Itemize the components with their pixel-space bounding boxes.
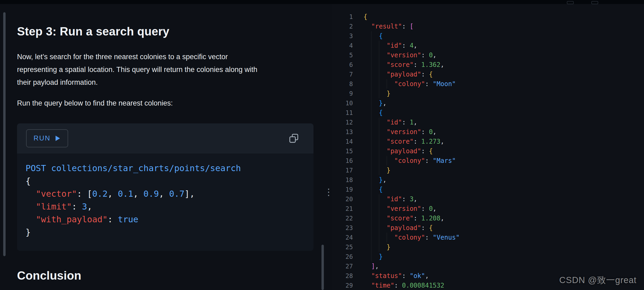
conclusion-heading: Conclusion: [17, 269, 313, 282]
result-line: 7 "payload": {: [332, 70, 644, 79]
result-panel: 1{2 "result": [3 {4 "id": 4,5 "version":…: [332, 4, 644, 290]
code-token: {: [429, 71, 433, 78]
code-token: [26, 189, 36, 199]
code-token: "colony": [394, 80, 425, 88]
line-number: 19: [332, 185, 353, 194]
result-line: 20 "id": 3,: [332, 194, 644, 204]
code-token: {: [364, 13, 367, 21]
result-line: 27 ],: [332, 261, 644, 271]
code-token: "payload": [387, 71, 421, 78]
tutorial-app: Step 3: Run a search query Now, let’s se…: [0, 4, 644, 290]
result-line-text: "version": 0,: [364, 50, 437, 60]
code-token: 0.7: [169, 189, 184, 199]
result-line: 4 "id": 4,: [332, 41, 644, 50]
result-editor[interactable]: 1{2 "result": [3 {4 "id": 4,5 "version":…: [332, 4, 644, 290]
line-number: 18: [332, 175, 353, 185]
code-token: [26, 202, 36, 212]
code-token: 1: [410, 119, 413, 126]
result-line: 11 {: [332, 108, 644, 118]
line-number: 5: [332, 50, 353, 60]
result-line-text: }: [364, 242, 390, 252]
result-line: 16 "colony": "Mars": [332, 156, 644, 166]
topbar-icon-1[interactable]: [567, 1, 574, 4]
code-token: ,: [108, 189, 118, 199]
code-token: ,: [414, 42, 417, 49]
code-token: [364, 263, 371, 270]
result-line-text: "result": [: [364, 22, 414, 31]
code-token: {: [379, 32, 383, 40]
code-token: 0.9: [143, 189, 159, 199]
line-number: 20: [332, 194, 353, 204]
result-line-text: "score": 1.362,: [364, 60, 444, 70]
code-token: ,: [159, 189, 169, 199]
intro-line-3: their payload information.: [17, 76, 313, 89]
run-button-label: RUN: [34, 134, 51, 142]
code-token: 3: [410, 195, 413, 203]
code-token: [364, 243, 387, 251]
code-token: [364, 90, 387, 97]
code-token: true: [118, 214, 138, 224]
request-code-line: "vector": [0.2, 0.1, 0.9, 0.7],: [26, 187, 308, 200]
result-line: 5 "version": 0,: [332, 50, 644, 60]
line-number: 22: [332, 214, 353, 223]
code-card: RUN POST collections/star_charts/points/…: [17, 123, 313, 251]
indent-guide: [387, 79, 387, 89]
result-line-text: "id": 1,: [364, 118, 417, 127]
result-line: 26 }: [332, 252, 644, 261]
code-token: :: [421, 224, 429, 232]
code-token: "version": [387, 128, 421, 136]
result-line: 19 {: [332, 185, 644, 194]
code-token: [364, 282, 371, 289]
pane-divider: ⋮: [326, 4, 332, 290]
result-line: 24 "colony": "Venus": [332, 233, 644, 242]
code-token: :: [414, 215, 421, 222]
copy-button[interactable]: [288, 133, 299, 144]
code-token: }: [379, 176, 383, 184]
result-line-text: "version": 0,: [364, 127, 437, 137]
code-token: 0.1: [118, 189, 133, 199]
code-token: : [: [77, 189, 92, 199]
request-code[interactable]: POST collections/star_charts/points/sear…: [17, 153, 313, 251]
result-line-text: "colony": "Mars": [364, 156, 456, 166]
line-number: 25: [332, 242, 353, 252]
result-line: 10 },: [332, 98, 644, 108]
intro-line-2: representing a spatial location. This qu…: [17, 63, 313, 76]
code-token: {: [379, 186, 383, 193]
code-token: }: [387, 90, 390, 97]
result-line-text: },: [364, 98, 387, 108]
code-token: [364, 128, 387, 136]
code-token: {: [379, 109, 383, 116]
run-button[interactable]: RUN: [26, 129, 68, 147]
code-token: "version": [387, 205, 421, 212]
result-line-text: "id": 3,: [364, 194, 417, 204]
code-token: ,: [414, 119, 417, 126]
code-token: "score": [387, 61, 414, 69]
result-line-text: }: [364, 166, 390, 175]
code-token: ,: [433, 128, 436, 136]
code-token: "result": [371, 23, 402, 30]
code-token: ,: [383, 99, 386, 107]
code-token: [364, 167, 387, 174]
line-number: 23: [332, 223, 353, 233]
code-token: [364, 61, 387, 69]
code-token: 1.362: [421, 61, 440, 69]
code-token: "vector": [36, 189, 77, 199]
left-scrollbar-thumb[interactable]: [3, 12, 6, 256]
code-token: :: [421, 128, 429, 136]
code-token: :: [402, 42, 410, 49]
step-heading: Step 3: Run a search query: [17, 25, 313, 38]
code-token: "Mars": [433, 157, 456, 164]
result-line-text: "payload": {: [364, 70, 433, 79]
code-token: :: [425, 234, 433, 241]
result-line-text: {: [364, 12, 367, 22]
code-token: 4: [410, 42, 413, 49]
tutorial-content: Step 3: Run a search query Now, let’s se…: [0, 4, 326, 282]
result-line: 13 "version": 0,: [332, 127, 644, 137]
code-token: "id": [387, 119, 402, 126]
topbar-icon-2[interactable]: [591, 1, 598, 4]
code-token: {: [429, 147, 433, 155]
code-token: "limit": [36, 202, 72, 212]
content-scrollbar-thumb[interactable]: [321, 245, 324, 290]
code-token: :: [402, 272, 410, 280]
code-token: :: [402, 195, 410, 203]
